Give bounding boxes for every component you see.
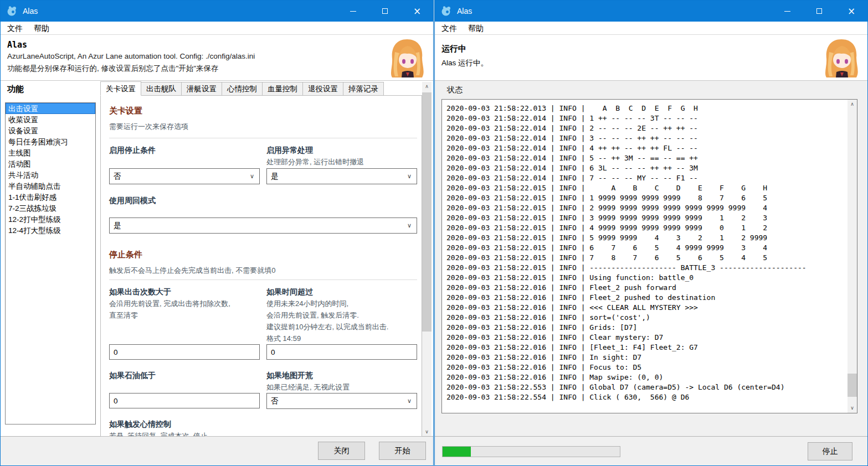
runner-status-text: Alas 运行中。 <box>441 58 488 68</box>
tab-血量控制[interactable]: 血量控制 <box>263 82 303 96</box>
minimize-button[interactable] <box>337 1 369 22</box>
log-line: 2020-09-03 21:58:22.015 | INFO | 7 8 7 6… <box>446 253 846 263</box>
settings-pane: 关卡设置 需要运行一次来保存选项 启用停止条件 启用异常处理 处理部分异常, 运… <box>100 95 422 437</box>
minimize-button[interactable] <box>771 1 803 22</box>
desc-if-time-2: 会沿用先前设置, 触发后清零. <box>266 310 359 320</box>
scrollbar-thumb[interactable] <box>422 92 432 332</box>
runner-window: Alas × 文件 帮助 运行中 Alas 运行中。 <box>434 0 868 466</box>
tab-心情控制[interactable]: 心情控制 <box>222 82 263 96</box>
sidebar-item[interactable]: 主线图 <box>6 147 95 158</box>
maximize-button[interactable] <box>803 1 835 22</box>
close-window-button[interactable]: 关闭 <box>318 442 365 460</box>
window-controls: × <box>771 1 867 22</box>
input-if-time[interactable] <box>266 344 417 360</box>
tab-关卡设置[interactable]: 关卡设置 <box>100 81 141 96</box>
sidebar-item[interactable]: 半自动辅助点击 <box>6 180 95 191</box>
section-title-stage: 关卡设置 <box>109 106 142 116</box>
combo-enable-stop[interactable]: 否 ∨ <box>109 168 260 184</box>
combo-enable-exception-value: 是 <box>271 172 279 180</box>
runner-body: 状态 2020-09-03 21:58:22.013 | INFO | A B … <box>435 81 867 437</box>
log-line: 2020-09-03 21:58:22.015 | INFO | 4 9999 … <box>446 223 846 233</box>
tab-出击舰队[interactable]: 出击舰队 <box>141 82 182 96</box>
chevron-down-icon: ∨ <box>250 169 254 184</box>
label-if-emotion: 如果触发心情控制 <box>109 420 171 429</box>
log-line: 2020-09-03 21:58:22.014 | INFO | 6 3L --… <box>446 163 846 173</box>
sidebar-item[interactable]: 收菜设置 <box>6 114 95 125</box>
runner-header: 运行中 Alas 运行中。 <box>435 35 867 81</box>
desc-if-count-1: 会沿用先前设置, 完成出击将扣除次数, <box>109 299 230 309</box>
stop-button[interactable]: 停止 <box>808 442 852 460</box>
scroll-down-icon[interactable]: ∨ <box>848 403 857 413</box>
log-line: 2020-09-03 21:58:22.015 | INFO | -------… <box>446 263 846 273</box>
sidebar-item[interactable]: 共斗活动 <box>6 169 95 180</box>
scroll-up-icon[interactable]: ∧ <box>848 100 857 109</box>
log-line: 2020-09-03 21:58:22.016 | INFO | Grids: … <box>446 323 846 333</box>
sidebar-item[interactable]: 每日任务困难演习 <box>6 136 95 147</box>
log-line: 2020-09-03 21:58:22.016 | INFO | Fleet_2… <box>446 283 846 293</box>
scroll-down-icon[interactable]: ∨ <box>422 427 432 437</box>
log-line: 2020-09-03 21:58:22.014 | INFO | 5 -- ++… <box>446 153 846 163</box>
log-scrollbar[interactable]: ∧ ∨ <box>848 100 857 413</box>
input-if-count[interactable] <box>109 344 260 360</box>
combo-if-map-clear[interactable]: 否 ∨ <box>266 393 417 409</box>
tab-退役设置[interactable]: 退役设置 <box>303 82 343 96</box>
menu-file[interactable]: 文件 <box>437 22 461 35</box>
titlebar[interactable]: Alas × <box>435 1 867 22</box>
sidebar-item[interactable]: 1-1伏击刷好感 <box>6 191 95 203</box>
desc-if-count-2: 直至清零 <box>109 310 138 320</box>
sidebar-item[interactable]: 12-4打大型练级 <box>6 225 95 236</box>
desktop: Alas × 文件 帮助 Alas AzurLaneAutoScript, An… <box>0 0 868 466</box>
scroll-up-icon[interactable]: ∧ <box>422 82 432 91</box>
window-controls: × <box>337 1 433 22</box>
menu-help[interactable]: 帮助 <box>464 22 488 35</box>
log-line: 2020-09-03 21:58:22.016 | INFO | In sigh… <box>446 353 846 363</box>
titlebar[interactable]: Alas × <box>1 1 433 22</box>
progress-fill <box>443 447 471 457</box>
start-button[interactable]: 开始 <box>379 442 426 460</box>
label-if-oil: 如果石油低于 <box>109 371 156 381</box>
combo-loop-mode[interactable]: 是 ∨ <box>109 218 417 234</box>
log-output[interactable]: 2020-09-03 21:58:22.013 | INFO | A B C D… <box>441 99 857 413</box>
log-line: 2020-09-03 21:58:22.554 | INFO | Click (… <box>446 392 846 402</box>
function-listbox[interactable]: 出击设置收菜设置设备设置每日任务困难演习主线图活动图共斗活动半自动辅助点击1-1… <box>5 102 96 424</box>
config-window: Alas × 文件 帮助 Alas AzurLaneAutoScript, An… <box>0 0 434 466</box>
close-button[interactable]: × <box>401 1 433 22</box>
menubar: 文件 帮助 <box>435 22 867 35</box>
menubar: 文件 帮助 <box>1 22 433 35</box>
log-line: 2020-09-03 21:58:22.016 | INFO | Clear m… <box>446 333 846 343</box>
combo-enable-exception[interactable]: 是 ∨ <box>266 168 417 184</box>
sidebar-item[interactable]: 设备设置 <box>6 125 95 136</box>
sidebar-item[interactable]: 7-2三战拣垃圾 <box>6 203 95 214</box>
avatar <box>821 38 861 77</box>
log-line: 2020-09-03 21:58:22.014 | INFO | 7 -- --… <box>446 173 846 183</box>
scrollbar-thumb[interactable] <box>848 374 857 397</box>
section-title-stop: 停止条件 <box>109 250 142 260</box>
config-footer: 关闭 开始 <box>1 436 433 465</box>
close-button[interactable]: × <box>835 1 867 22</box>
log-line: 2020-09-03 21:58:22.016 | INFO | Fleet_2… <box>446 293 846 303</box>
menu-file[interactable]: 文件 <box>3 22 27 35</box>
tab-潜艇设置[interactable]: 潜艇设置 <box>182 82 222 96</box>
section-subtitle-stop: 触发后不会马上停止会先完成当前出击, 不需要就填0 <box>109 266 275 276</box>
chevron-down-icon: ∨ <box>407 218 412 233</box>
sidebar-item[interactable]: 出击设置 <box>6 103 95 114</box>
log-line: 2020-09-03 21:58:22.013 | INFO | A B C D… <box>446 103 846 113</box>
input-if-oil[interactable] <box>109 393 260 408</box>
runner-status-title: 运行中 <box>441 44 466 54</box>
tab-掉落记录[interactable]: 掉落记录 <box>343 82 384 96</box>
maximize-button[interactable] <box>369 1 401 22</box>
settings-tabs: 关卡设置出击舰队潜艇设置心情控制血量控制退役设置掉落记录 <box>100 82 384 96</box>
settings-scrollbar[interactable]: ∧ ∨ <box>422 82 432 437</box>
log-line: 2020-09-03 21:58:22.016 | INFO | <<< CLE… <box>446 303 846 313</box>
sidebar-item[interactable]: 12-2打中型练级 <box>6 214 95 225</box>
desc-if-map-clear: 如果已经满足, 无视此设置 <box>266 382 350 392</box>
log-line: 2020-09-03 21:58:22.015 | INFO | 1 9999 … <box>446 193 846 203</box>
alas-logo-icon <box>6 5 18 17</box>
menu-help[interactable]: 帮助 <box>29 22 54 35</box>
avatar <box>387 38 427 77</box>
log-line: 2020-09-03 21:58:22.016 | INFO | Focus t… <box>446 363 846 372</box>
sidebar-item[interactable]: 活动图 <box>6 158 95 169</box>
log-line: 2020-09-03 21:58:22.016 | INFO | sort=('… <box>446 313 846 323</box>
combo-loop-mode-value: 是 <box>114 221 121 230</box>
alas-logo-icon <box>440 5 453 17</box>
